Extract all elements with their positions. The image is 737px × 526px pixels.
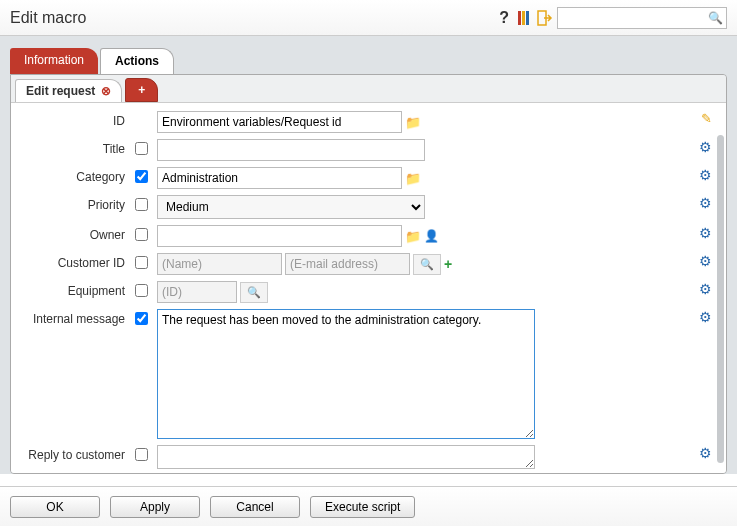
svg-rect-0 — [518, 11, 521, 25]
exit-icon[interactable] — [537, 10, 553, 26]
label-customer-id: Customer ID — [25, 253, 135, 270]
cancel-button[interactable]: Cancel — [210, 496, 300, 518]
window-title: Edit macro — [10, 9, 495, 27]
internal-message-checkbox[interactable] — [135, 312, 148, 325]
subtab-edit-request[interactable]: Edit request ⊗ — [15, 79, 122, 102]
customer-name-field[interactable] — [157, 253, 282, 275]
search-icon[interactable]: 🔍 — [240, 282, 268, 303]
pencil-icon[interactable]: ✎ — [701, 111, 712, 126]
tab-information[interactable]: Information — [10, 48, 98, 74]
customer-email-field[interactable] — [285, 253, 410, 275]
gear-icon[interactable]: ⚙ — [699, 445, 712, 461]
owner-checkbox[interactable] — [135, 228, 148, 241]
customer-checkbox[interactable] — [135, 256, 148, 269]
id-field[interactable] — [157, 111, 402, 133]
label-category: Category — [25, 167, 135, 184]
title-bar: Edit macro ? 🔍 — [0, 0, 737, 36]
footer: OK Apply Cancel Execute script — [0, 486, 737, 526]
plus-icon[interactable]: + — [444, 256, 452, 272]
subtab-label: Edit request — [26, 84, 95, 98]
label-equipment: Equipment — [25, 281, 135, 298]
folder-icon[interactable]: 📁 — [405, 115, 421, 130]
reply-checkbox[interactable] — [135, 448, 148, 461]
label-id: ID — [25, 111, 135, 128]
gear-icon[interactable]: ⚙ — [699, 309, 712, 325]
tab-actions[interactable]: Actions — [100, 48, 174, 74]
label-owner: Owner — [25, 225, 135, 242]
search-input[interactable] — [557, 7, 727, 29]
close-icon[interactable]: ⊗ — [101, 84, 111, 98]
gear-icon[interactable]: ⚙ — [699, 167, 712, 183]
columns-icon[interactable] — [517, 10, 533, 26]
search-icon[interactable]: 🔍 — [413, 254, 441, 275]
subtab-add[interactable]: + — [125, 78, 158, 102]
svg-rect-1 — [522, 11, 525, 25]
execute-script-button[interactable]: Execute script — [310, 496, 415, 518]
equipment-id-field[interactable] — [157, 281, 237, 303]
plus-icon: + — [138, 83, 145, 97]
title-field[interactable] — [157, 139, 425, 161]
help-icon[interactable]: ? — [495, 9, 513, 27]
gear-icon[interactable]: ⚙ — [699, 139, 712, 155]
gear-icon[interactable]: ⚙ — [699, 225, 712, 241]
equipment-checkbox[interactable] — [135, 284, 148, 297]
main-tabs: Information Actions — [10, 48, 727, 74]
priority-checkbox[interactable] — [135, 198, 148, 211]
owner-field[interactable] — [157, 225, 402, 247]
gear-icon[interactable]: ⚙ — [699, 281, 712, 297]
scrollbar[interactable] — [717, 135, 724, 463]
label-internal-message: Internal message — [25, 309, 135, 326]
reply-textarea[interactable] — [157, 445, 535, 469]
ok-button[interactable]: OK — [10, 496, 100, 518]
gear-icon[interactable]: ⚙ — [699, 195, 712, 211]
gear-icon[interactable]: ⚙ — [699, 253, 712, 269]
title-checkbox[interactable] — [135, 142, 148, 155]
person-icon[interactable]: 👤 — [424, 229, 439, 243]
search-icon[interactable]: 🔍 — [708, 11, 723, 25]
actions-panel: Edit request ⊗ + ID 📁 ✎ — [10, 74, 727, 474]
label-title: Title — [25, 139, 135, 156]
label-reply: Reply to customer — [25, 445, 135, 462]
apply-button[interactable]: Apply — [110, 496, 200, 518]
folder-icon[interactable]: 📁 — [405, 229, 421, 244]
category-checkbox[interactable] — [135, 170, 148, 183]
svg-rect-2 — [526, 11, 529, 25]
folder-icon[interactable]: 📁 — [405, 171, 421, 186]
label-priority: Priority — [25, 195, 135, 212]
priority-select[interactable]: Medium — [157, 195, 425, 219]
category-field[interactable] — [157, 167, 402, 189]
internal-message-textarea[interactable]: The request has been moved to the admini… — [157, 309, 535, 439]
